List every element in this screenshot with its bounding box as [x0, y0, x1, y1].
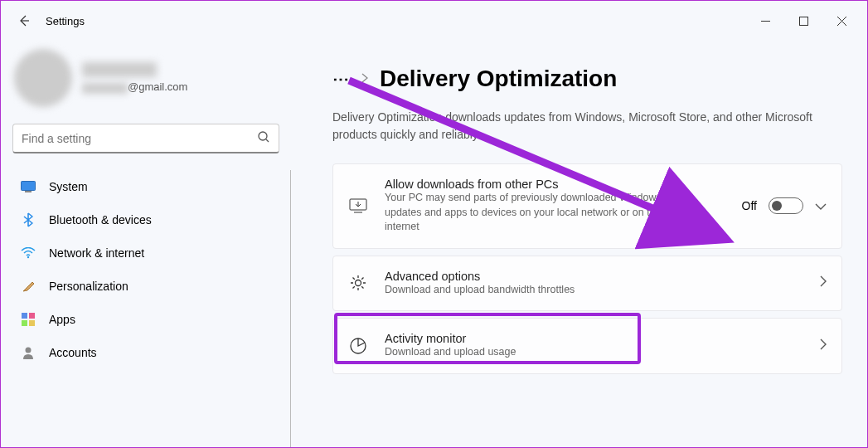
page-title: Delivery Optimization	[380, 66, 617, 92]
card-advanced-options[interactable]: Advanced options Download and upload ban…	[332, 256, 842, 312]
svg-rect-12	[29, 320, 35, 326]
minimize-button[interactable]	[746, 4, 784, 37]
nav-accounts[interactable]: Accounts	[12, 336, 279, 369]
card-subtitle: Download and upload usage	[385, 345, 803, 360]
card-allow-downloads[interactable]: Allow downloads from other PCs Your PC m…	[332, 163, 842, 249]
system-icon	[21, 179, 36, 194]
back-button[interactable]	[7, 4, 41, 37]
svg-rect-1	[799, 17, 807, 25]
expand-chevron-icon[interactable]	[815, 198, 827, 213]
maximize-button[interactable]	[784, 4, 822, 37]
wifi-icon	[21, 246, 36, 261]
svg-point-8	[27, 256, 29, 258]
bluetooth-icon	[21, 212, 36, 227]
user-profile[interactable]: @gmail.com	[12, 49, 279, 107]
svg-rect-7	[25, 191, 32, 192]
nav-apps[interactable]: Apps	[12, 303, 279, 336]
chevron-right-icon	[820, 275, 827, 290]
nav-network[interactable]: Network & internet	[12, 236, 279, 270]
download-network-icon	[348, 198, 368, 213]
card-title: Activity monitor	[385, 332, 803, 345]
nav-label: System	[49, 180, 88, 193]
toggle-state-label: Off	[742, 199, 757, 212]
card-activity-monitor[interactable]: Activity monitor Download and upload usa…	[332, 318, 842, 374]
svg-rect-9	[22, 313, 27, 319]
profile-email: @gmail.com	[82, 80, 187, 93]
card-title: Advanced options	[385, 270, 803, 283]
close-button[interactable]	[822, 4, 861, 37]
chevron-right-icon	[820, 338, 827, 353]
page-description: Delivery Optimization downloads updates …	[332, 109, 813, 144]
nav-label: Apps	[49, 313, 75, 326]
svg-rect-6	[22, 182, 36, 191]
search-input[interactable]	[22, 132, 257, 145]
pie-chart-icon	[348, 337, 368, 355]
apps-icon	[21, 312, 36, 327]
nav-label: Accounts	[49, 346, 97, 359]
profile-name	[82, 62, 157, 77]
paintbrush-icon	[21, 279, 36, 294]
svg-point-4	[259, 132, 267, 140]
app-title: Settings	[46, 15, 85, 27]
search-icon	[257, 130, 270, 147]
card-subtitle: Your PC may send parts of previously dow…	[385, 191, 683, 235]
nav-label: Personalization	[49, 280, 129, 293]
svg-rect-10	[29, 313, 35, 319]
avatar	[14, 49, 72, 107]
accounts-icon	[21, 345, 36, 360]
gear-icon	[348, 274, 368, 292]
nav-bluetooth[interactable]: Bluetooth & devices	[12, 203, 279, 236]
card-title: Allow downloads from other PCs	[385, 178, 725, 191]
svg-rect-11	[22, 320, 27, 326]
allow-downloads-toggle[interactable]	[769, 197, 803, 214]
search-box[interactable]	[12, 124, 279, 153]
svg-point-13	[26, 348, 32, 353]
card-subtitle: Download and upload bandwidth throttles	[385, 283, 803, 298]
svg-point-16	[356, 280, 361, 286]
nav-system[interactable]: System	[12, 170, 279, 203]
nav-label: Bluetooth & devices	[49, 213, 152, 226]
nav-personalization[interactable]: Personalization	[12, 270, 279, 303]
svg-line-5	[266, 139, 269, 142]
chevron-right-icon	[361, 71, 368, 86]
breadcrumb-more[interactable]: ⋯	[332, 69, 350, 89]
nav-label: Network & internet	[49, 246, 144, 260]
